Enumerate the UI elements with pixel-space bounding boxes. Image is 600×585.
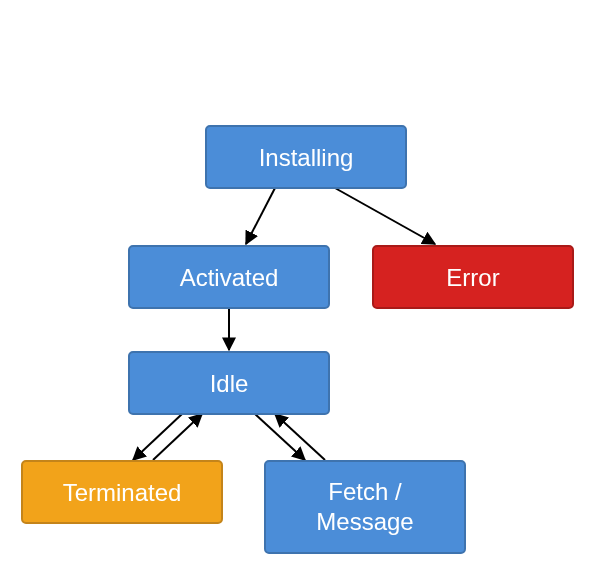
svg-line-2: [255, 414, 305, 460]
node-terminated: Terminated: [22, 461, 222, 523]
svg-line-0: [133, 414, 182, 460]
edge-idle-terminated: [133, 414, 202, 460]
node-fetch-message-label-line2: Message: [316, 508, 413, 535]
node-idle: Idle: [129, 352, 329, 414]
edge-installing-activated: [246, 188, 275, 244]
edge-installing-error: [335, 188, 435, 244]
node-installing-label: Installing: [259, 144, 354, 171]
node-idle-label: Idle: [210, 370, 249, 397]
node-fetch-message-bg: [265, 461, 465, 553]
svg-line-3: [275, 414, 325, 460]
node-activated-label: Activated: [180, 264, 279, 291]
svg-line-1: [153, 414, 202, 460]
node-error: Error: [373, 246, 573, 308]
node-activated: Activated: [129, 246, 329, 308]
node-error-label: Error: [446, 264, 499, 291]
node-fetch-message: Fetch / Message: [265, 461, 465, 553]
edge-idle-fetch: [255, 414, 325, 460]
node-terminated-label: Terminated: [63, 479, 182, 506]
edges: [133, 188, 435, 460]
node-installing: Installing: [206, 126, 406, 188]
node-fetch-message-label-line1: Fetch /: [328, 478, 402, 505]
